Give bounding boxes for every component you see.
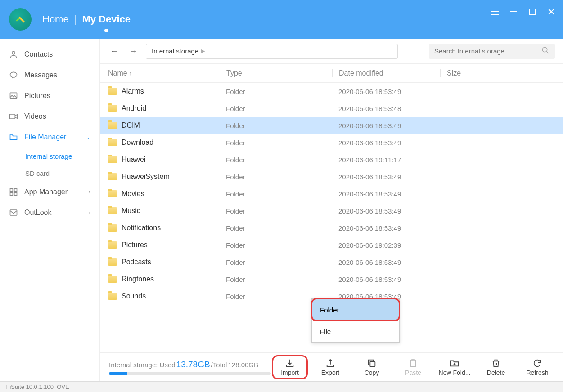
table-row[interactable]: RingtonesFolder2020-06-06 18:53:49 [100,271,563,288]
svg-rect-9 [10,210,17,215]
sidebar-item-file-manager[interactable]: File Manager⌄ [0,127,99,147]
table-row[interactable]: NotificationsFolder2020-06-06 18:53:49 [100,219,563,236]
storage-total: 128.00GB [228,361,258,369]
file-date: 2020-06-06 18:53:49 [332,276,440,283]
search-input[interactable] [434,47,541,55]
svg-point-10 [542,47,547,52]
sidebar-item-app-manager[interactable]: App Manager› [0,182,99,202]
close-icon[interactable] [547,7,556,16]
main-panel: ← → Internal storage ▶ Name ↑ Type Date … [100,39,563,381]
table-row[interactable]: HuaweiSystemFolder2020-06-06 18:53:49 [100,168,563,185]
sidebar-sub-sd-card[interactable]: SD card [0,165,99,182]
file-name: Movies [122,190,144,198]
sidebar-item-outlook[interactable]: OutLook› [0,202,99,223]
sidebar-item-contacts[interactable]: Contacts [0,44,99,65]
search-icon[interactable] [541,46,549,56]
maximize-icon[interactable] [528,7,537,16]
table-row[interactable]: PicturesFolder2020-06-06 19:02:39 [100,236,563,254]
table-row[interactable]: PodcastsFolder2020-06-06 18:53:49 [100,254,563,271]
chevron-down-icon: ⌄ [86,134,90,140]
menu-icon[interactable] [490,7,499,16]
import-icon [285,358,295,368]
sidebar-item-label: OutLook [24,209,51,217]
sidebar-item-videos[interactable]: Videos [0,106,99,127]
file-name: HuaweiSystem [122,173,170,181]
svg-rect-4 [10,114,15,119]
file-date: 2020-06-06 18:53:49 [332,122,440,129]
sidebar: ContactsMessagesPicturesVideosFile Manag… [0,39,100,381]
svg-rect-7 [10,193,13,196]
table-row[interactable]: DCIMFolder2020-06-06 18:53:49 [100,117,563,134]
action-bar: Internal storage: Used 13.78GB /Total 12… [100,352,563,381]
refresh-button[interactable]: Refresh [521,358,554,376]
sidebar-item-label: File Manager [24,133,66,141]
export-icon [325,358,335,368]
file-name: Huawei [122,156,145,164]
sidebar-item-messages[interactable]: Messages [0,65,99,85]
table-row[interactable]: MoviesFolder2020-06-06 18:53:49 [100,185,563,202]
action-buttons: ImportExportCopyPasteNew Fold...DeleteRe… [274,358,554,376]
sidebar-item-label: Pictures [24,92,50,100]
sidebar-item-pictures[interactable]: Pictures [0,85,99,106]
folder-icon [108,122,117,129]
delete-button[interactable]: Delete [479,358,513,376]
svg-rect-0 [530,9,535,14]
import-button[interactable]: Import [273,356,306,378]
breadcrumb[interactable]: Internal storage ▶ [146,44,398,59]
search-box[interactable] [429,44,555,59]
column-size[interactable]: Size [440,69,563,77]
file-name: Alarms [122,87,144,95]
file-type: Folder [220,224,332,232]
nav-forward-button[interactable]: → [127,45,140,58]
file-name: Pictures [122,241,148,249]
file-date: 2020-06-06 18:53:49 [332,224,440,232]
sidebar-sub-internal-storage[interactable]: Internal storage [0,147,99,165]
folder-icon [108,190,117,197]
folder-icon [108,258,117,266]
table-row[interactable]: AlarmsFolder2020-06-06 18:53:49 [100,83,563,100]
file-name: Music [122,207,140,215]
action-label: Copy [365,369,379,376]
copy-button[interactable]: Copy [355,358,388,376]
folder-icon [108,207,117,214]
sidebar-item-label: App Manager [24,188,68,196]
refresh-icon [532,358,542,368]
window-controls [490,7,556,16]
file-name: Android [122,104,146,112]
file-date: 2020-06-06 19:11:17 [332,156,440,164]
column-date[interactable]: Date modified [332,69,440,77]
file-date: 2020-06-06 18:53:49 [332,88,440,95]
table-row[interactable]: DownloadFolder2020-06-06 18:53:49 [100,134,563,151]
storage-info: Internal storage: Used 13.78GB /Total 12… [109,360,271,375]
svg-point-2 [10,72,17,77]
newfolder-button[interactable]: New Fold... [438,358,471,376]
export-button[interactable]: Export [314,358,347,376]
tab-my-device[interactable]: My Device [80,11,132,28]
tab-home[interactable]: Home [41,11,71,28]
file-type: Folder [220,105,332,112]
svg-point-1 [12,51,15,54]
folder-icon [108,173,117,180]
table-row[interactable]: AndroidFolder2020-06-06 18:53:48 [100,100,563,117]
nav-back-button[interactable]: ← [108,45,121,58]
sidebar-item-label: Contacts [24,50,53,58]
file-type: Folder [220,190,332,198]
sidebar-item-label: Messages [24,71,57,79]
file-type: Folder [220,241,332,249]
column-name[interactable]: Name ↑ [108,69,220,77]
table-row[interactable]: MusicFolder2020-06-06 18:53:49 [100,202,563,219]
paste-icon [408,358,418,368]
table-header: Name ↑ Type Date modified Size [100,64,563,83]
app-logo [9,8,32,31]
folder-icon [108,293,117,300]
paste-button: Paste [396,358,430,376]
header-tabs: Home|My Device [41,11,132,28]
popup-item-file[interactable]: File [312,321,399,342]
column-type[interactable]: Type [220,69,332,77]
folder-icon [108,105,117,112]
folder-icon [108,88,117,95]
svg-rect-11 [370,361,375,366]
minimize-icon[interactable] [509,7,518,16]
popup-item-folder[interactable]: Folder [312,299,399,321]
table-row[interactable]: HuaweiFolder2020-06-06 19:11:17 [100,151,563,168]
